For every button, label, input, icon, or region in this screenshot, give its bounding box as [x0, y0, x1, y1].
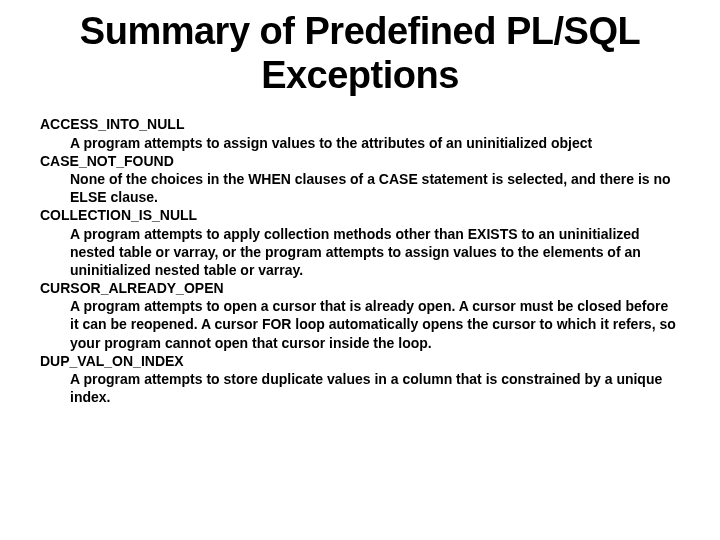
exception-desc: None of the choices in the WHEN clauses …	[40, 170, 680, 206]
exception-name: ACCESS_INTO_NULL	[40, 115, 680, 133]
exception-desc: A program attempts to open a cursor that…	[40, 297, 680, 352]
exception-name: DUP_VAL_ON_INDEX	[40, 352, 680, 370]
content-body: ACCESS_INTO_NULL A program attempts to a…	[40, 115, 680, 406]
slide: Summary of Predefined PL/SQL Exceptions …	[0, 0, 720, 426]
exception-desc: A program attempts to apply collection m…	[40, 225, 680, 280]
exception-desc: A program attempts to assign values to t…	[40, 134, 680, 152]
page-title: Summary of Predefined PL/SQL Exceptions	[40, 10, 680, 97]
exception-name: CASE_NOT_FOUND	[40, 152, 680, 170]
exception-desc: A program attempts to store duplicate va…	[40, 370, 680, 406]
exception-name: COLLECTION_IS_NULL	[40, 206, 680, 224]
exception-name: CURSOR_ALREADY_OPEN	[40, 279, 680, 297]
